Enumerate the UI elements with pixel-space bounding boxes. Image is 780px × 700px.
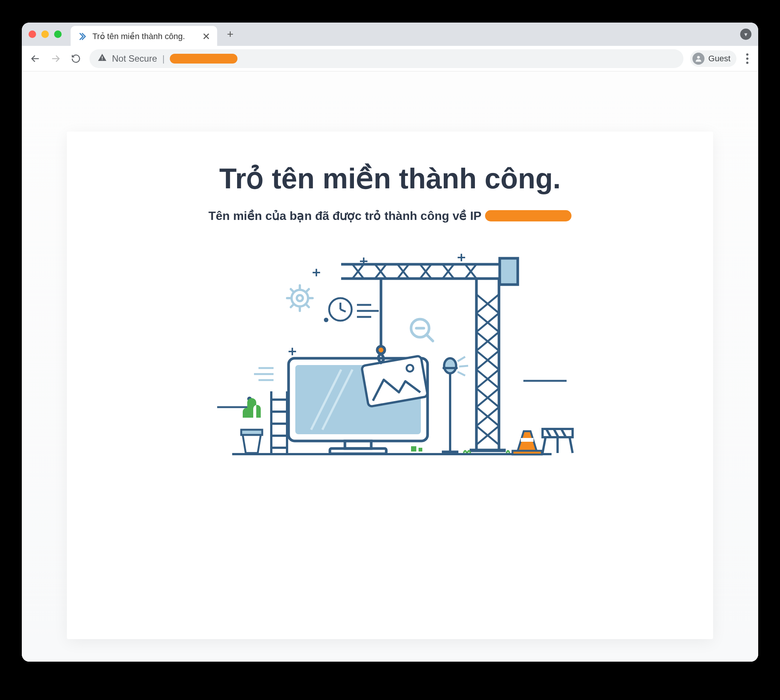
svg-rect-99 [521,438,534,442]
svg-line-27 [306,289,309,292]
svg-point-19 [297,295,303,301]
profile-button[interactable]: Guest [690,50,737,67]
browser-menu-button[interactable] [743,53,752,64]
window-controls [28,30,62,38]
tab-title: Trỏ tên miền thành công. [92,32,197,42]
svg-line-30 [340,309,346,312]
browser-window: Trỏ tên miền thành công. ✕ + ▾ No [22,23,758,662]
svg-line-26 [291,305,293,307]
browser-chrome: Trỏ tên miền thành công. ✕ + ▾ No [22,23,758,72]
content-card: Trỏ tên miền thành công. Tên miền của bạ… [67,132,713,639]
svg-rect-108 [411,446,416,452]
svg-rect-46 [361,356,428,407]
tab-bar: Trỏ tên miền thành công. ✕ + ▾ [22,23,758,46]
svg-line-24 [291,289,293,292]
browser-tab[interactable]: Trỏ tên miền thành công. ✕ [71,26,217,47]
chevrons-right-icon [77,32,87,42]
svg-rect-100 [512,451,542,455]
svg-line-105 [542,437,546,453]
svg-point-16 [324,318,328,322]
cone-icon [512,431,542,455]
svg-rect-2 [102,57,103,58]
construction-illustration [82,242,698,475]
page-title: Trỏ tên miền thành công. [82,162,698,195]
svg-line-106 [570,437,572,453]
svg-point-64 [377,346,385,354]
window-close-button[interactable] [28,30,36,38]
chevron-down-icon: ▾ [744,31,747,38]
svg-line-90 [457,372,465,375]
guest-avatar-icon [692,53,705,65]
ip-redacted [485,210,572,222]
profile-label: Guest [708,54,730,63]
svg-line-25 [306,305,309,307]
svg-point-4 [697,56,700,58]
new-tab-button[interactable]: + [227,28,234,41]
page-viewport: Trỏ tên miền thành công. Tên miền của bạ… [22,72,758,662]
svg-line-89 [459,366,468,367]
svg-line-35 [426,335,433,341]
barrier-icon [542,429,572,453]
reload-button[interactable] [69,52,83,65]
warning-icon [98,53,107,64]
svg-rect-62 [500,258,518,285]
svg-rect-3 [102,59,103,60]
address-bar[interactable]: Not Secure | [90,49,684,68]
security-status-label: Not Secure [112,53,157,64]
svg-point-85 [444,358,456,373]
forward-button[interactable] [49,52,62,65]
window-minimize-button[interactable] [42,30,49,38]
separator: | [162,53,165,64]
svg-rect-43 [330,448,386,454]
svg-line-88 [457,357,465,361]
subtitle-text: Tên miền của bạn đã được trỏ thành công … [208,208,482,223]
close-icon[interactable]: ✕ [202,32,210,42]
toolbar: Not Secure | Guest [22,46,758,72]
window-maximize-button[interactable] [54,30,62,38]
url-redacted [170,54,238,63]
svg-rect-109 [419,448,422,452]
back-button[interactable] [28,52,42,65]
tab-list-button[interactable]: ▾ [740,28,752,40]
page-subtitle: Tên miền của bạn đã được trỏ thành công … [208,208,572,223]
